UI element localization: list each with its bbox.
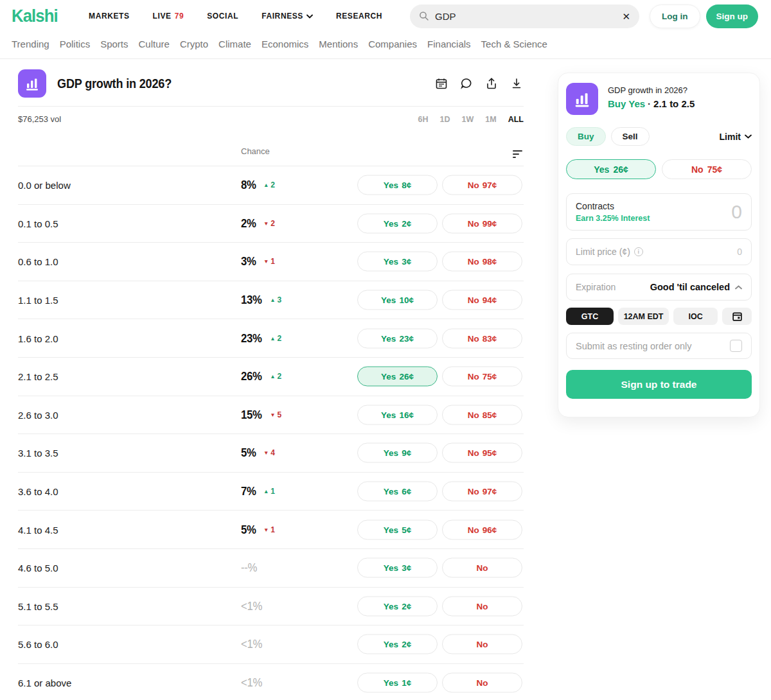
gtc-option[interactable]: GTC — [566, 308, 614, 325]
delta-up-arrow-icon: ▲ — [270, 373, 275, 380]
yes-button[interactable]: Yes5¢ — [357, 520, 438, 539]
category-tab[interactable]: Trending — [12, 39, 49, 49]
sell-tab[interactable]: Sell — [611, 127, 650, 146]
yes-label: Yes — [381, 372, 396, 381]
no-button[interactable]: No — [442, 673, 522, 693]
yes-button[interactable]: Yes2¢ — [357, 634, 438, 654]
category-tab[interactable]: Politics — [60, 39, 91, 49]
search-input[interactable] — [435, 11, 616, 22]
no-button[interactable]: No98¢ — [442, 252, 522, 272]
yes-button[interactable]: Yes1¢ — [357, 673, 438, 693]
time-range-6h[interactable]: 6H — [418, 115, 429, 124]
market-row: 3.1 to 3.55%▼4Yes9¢No95¢ — [18, 433, 524, 472]
category-tab[interactable]: Financials — [427, 39, 471, 49]
category-tab[interactable]: Mentions — [319, 39, 358, 49]
no-button[interactable]: No96¢ — [442, 520, 522, 539]
category-tab[interactable]: Crypto — [180, 39, 208, 49]
clear-search-icon[interactable]: ✕ — [622, 12, 630, 21]
yes-button[interactable]: Yes2¢ — [357, 213, 438, 233]
no-button[interactable]: No — [442, 558, 522, 578]
kalshi-logo[interactable]: Kalshi — [12, 6, 58, 26]
yes-button[interactable]: Yes9¢ — [357, 443, 438, 463]
yes-button[interactable]: Yes6¢ — [357, 482, 438, 502]
time-range-all[interactable]: ALL — [508, 115, 524, 124]
buy-tab[interactable]: Buy — [566, 127, 606, 146]
no-button[interactable]: No97¢ — [442, 482, 522, 502]
12am-edt-option[interactable]: 12AM EDT — [618, 308, 669, 325]
delta-down-arrow-icon: ▼ — [270, 412, 275, 418]
outcome-label: 4.6 to 5.0 — [18, 563, 58, 573]
search-icon — [419, 11, 429, 21]
chance-delta: ▼5 — [270, 410, 281, 419]
ioc-option[interactable]: IOC — [673, 308, 718, 325]
yes-button[interactable]: Yes2¢ — [357, 596, 438, 616]
limit-price-input[interactable]: Limit price (¢)i 0 — [566, 238, 752, 265]
yes-no-selector: Yes26¢ No75¢ — [566, 159, 752, 179]
no-button[interactable]: No — [442, 634, 522, 654]
sign-up-to-trade-button[interactable]: Sign up to trade — [566, 370, 752, 399]
order-type-select[interactable]: Limit — [720, 132, 752, 142]
expiration-label: Expiration — [576, 282, 616, 292]
interest-note: Earn 3.25% Interest — [576, 214, 650, 223]
category-tab[interactable]: Companies — [368, 39, 417, 49]
yes-price: 16¢ — [399, 410, 414, 419]
nav-live[interactable]: LIVE79 — [153, 12, 184, 21]
panel-no-button[interactable]: No75¢ — [662, 159, 752, 179]
yes-button[interactable]: Yes8¢ — [357, 175, 438, 195]
no-button[interactable]: No99¢ — [442, 213, 522, 233]
no-label: No — [468, 333, 479, 343]
no-button[interactable]: No94¢ — [442, 290, 522, 310]
time-range-1m[interactable]: 1M — [485, 115, 496, 124]
order-selection: Buy Yes·2.1 to 2.5 — [608, 98, 695, 109]
time-range-1d[interactable]: 1D — [440, 115, 450, 124]
category-tab[interactable]: Tech & Science — [481, 39, 547, 49]
no-button[interactable]: No75¢ — [442, 367, 522, 387]
nav-research[interactable]: RESEARCH — [336, 12, 382, 21]
yes-button[interactable]: Yes10¢ — [357, 290, 438, 310]
calendar-icon[interactable] — [434, 76, 448, 91]
no-button[interactable]: No97¢ — [442, 175, 522, 195]
outcome-label: 5.6 to 6.0 — [18, 639, 58, 650]
share-icon[interactable] — [484, 76, 499, 91]
no-button[interactable]: No85¢ — [442, 405, 522, 424]
nav-social[interactable]: SOCIAL — [207, 12, 238, 21]
no-label: No — [468, 180, 479, 190]
panel-yes-button[interactable]: Yes26¢ — [566, 159, 656, 179]
chance-cell: 13%▲3 — [241, 293, 281, 307]
chevron-up-icon — [735, 285, 742, 290]
category-tab[interactable]: Economics — [261, 39, 308, 49]
resting-order-checkbox[interactable] — [730, 340, 742, 352]
time-range-1w[interactable]: 1W — [462, 115, 474, 124]
nav-fairness[interactable]: FAIRNESS — [261, 12, 313, 21]
yes-button[interactable]: Yes23¢ — [357, 328, 438, 348]
contracts-input[interactable]: Contracts Earn 3.25% Interest 0 — [566, 193, 752, 231]
market-row: 0.6 to 1.03%▼1Yes3¢No98¢ — [18, 242, 524, 281]
signup-button[interactable]: Sign up — [706, 4, 759, 28]
yes-price: 9¢ — [402, 448, 411, 458]
nav-markets[interactable]: MARKETS — [89, 12, 130, 21]
yes-button[interactable]: Yes16¢ — [357, 405, 438, 424]
yes-button[interactable]: Yes3¢ — [357, 252, 438, 272]
market-row: 4.1 to 4.55%▼1Yes5¢No96¢ — [18, 510, 524, 548]
no-button[interactable]: No — [442, 596, 522, 616]
expiration-select[interactable]: Expiration Good 'til canceled — [566, 274, 752, 301]
download-icon[interactable] — [510, 76, 524, 91]
no-button[interactable]: No95¢ — [442, 443, 522, 463]
yes-button[interactable]: Yes3¢ — [357, 558, 438, 578]
limit-price-label: Limit price (¢) — [576, 247, 630, 257]
order-panel-header: GDP growth in 2026? Buy Yes·2.1 to 2.5 — [566, 83, 752, 115]
no-button[interactable]: No83¢ — [442, 328, 522, 348]
category-tab[interactable]: Culture — [139, 39, 170, 49]
calendar-icon[interactable] — [722, 308, 752, 325]
yes-label: Yes — [384, 525, 398, 534]
no-label: No — [468, 372, 479, 381]
sort-icon[interactable] — [513, 150, 522, 158]
chance-percent: 15% — [241, 408, 262, 422]
login-button[interactable]: Log in — [650, 4, 700, 28]
yes-label: Yes — [381, 333, 396, 343]
category-tab[interactable]: Sports — [100, 39, 128, 49]
outcome-label: 3.6 to 4.0 — [18, 486, 58, 497]
yes-button[interactable]: Yes26¢ — [357, 367, 438, 387]
category-tab[interactable]: Climate — [218, 39, 251, 49]
comment-icon[interactable] — [459, 76, 474, 91]
